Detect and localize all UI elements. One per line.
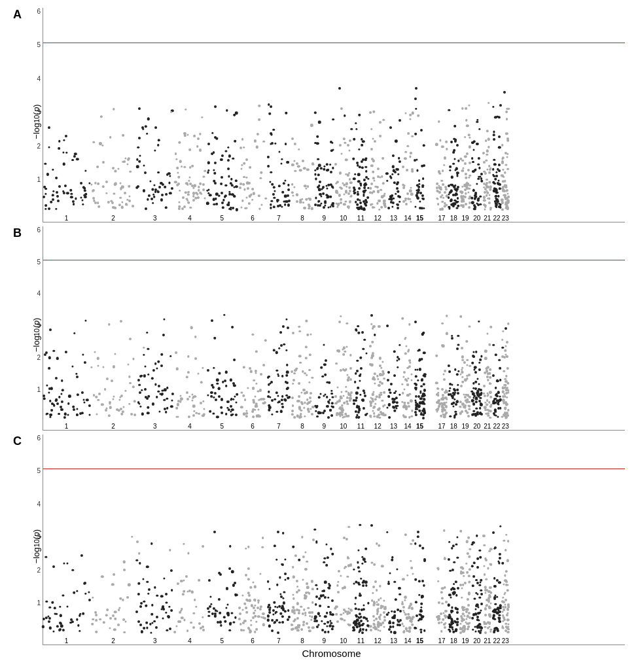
data-point — [244, 188, 246, 190]
data-point — [188, 149, 191, 151]
data-point — [472, 160, 474, 163]
data-point — [292, 404, 294, 407]
data-point — [151, 542, 153, 545]
data-point — [404, 157, 406, 160]
panel-a-label: A — [13, 8, 22, 22]
data-point — [505, 164, 507, 166]
data-point — [486, 599, 488, 601]
data-point — [393, 374, 396, 377]
data-point — [349, 139, 351, 142]
data-point — [436, 387, 439, 390]
data-point — [284, 203, 287, 206]
data-point — [308, 629, 311, 632]
data-point — [281, 206, 283, 208]
data-point — [161, 194, 164, 196]
data-point — [484, 357, 487, 360]
x-label-chr-4: 4 — [188, 637, 192, 645]
data-point — [113, 365, 115, 368]
data-point — [129, 382, 132, 385]
data-point — [339, 171, 342, 174]
data-point — [304, 614, 306, 616]
data-point — [466, 540, 469, 543]
data-point — [359, 625, 361, 628]
data-point — [169, 549, 171, 552]
data-point — [94, 611, 97, 614]
x-label-chr-13: 13 — [390, 423, 397, 430]
data-point — [207, 171, 209, 173]
data-point — [286, 200, 289, 203]
data-point — [287, 397, 289, 399]
data-point — [414, 542, 417, 545]
data-point — [165, 206, 168, 209]
data-point — [160, 608, 162, 610]
data-point — [192, 612, 194, 614]
data-point — [424, 398, 426, 400]
data-point — [134, 414, 137, 416]
data-point — [441, 323, 444, 325]
data-point — [105, 614, 107, 616]
data-point — [499, 553, 501, 556]
data-point — [437, 568, 439, 570]
data-point — [245, 547, 247, 550]
data-point — [271, 629, 274, 632]
data-point — [315, 620, 318, 622]
data-point — [260, 177, 262, 179]
data-point — [216, 382, 219, 385]
data-point — [139, 562, 141, 564]
data-point — [274, 601, 275, 603]
data-point — [234, 616, 236, 618]
data-point — [349, 378, 352, 381]
data-point — [422, 198, 425, 200]
data-point — [505, 203, 507, 205]
data-point — [281, 398, 283, 401]
data-point — [402, 610, 405, 612]
x-label-chr-15: 15 — [416, 423, 423, 430]
data-point — [411, 168, 414, 171]
data-point — [144, 388, 147, 391]
data-point — [376, 612, 379, 615]
data-point — [228, 193, 231, 196]
data-point — [216, 610, 218, 612]
data-point — [216, 137, 218, 139]
data-point — [156, 368, 158, 370]
data-point — [171, 393, 174, 395]
data-point — [409, 156, 411, 158]
data-point — [327, 196, 329, 198]
data-point — [306, 320, 308, 322]
data-point — [376, 589, 378, 592]
data-point — [479, 359, 482, 361]
data-point — [471, 197, 473, 199]
data-point — [84, 593, 86, 595]
data-point — [359, 612, 361, 615]
data-point — [417, 395, 420, 398]
data-point — [395, 598, 397, 601]
data-point — [311, 162, 314, 165]
x-label-chr-6: 6 — [251, 423, 255, 430]
data-point — [252, 387, 255, 390]
data-point — [58, 396, 60, 398]
data-point — [251, 199, 254, 202]
data-point — [369, 111, 372, 114]
data-point — [349, 395, 351, 397]
data-point — [464, 406, 466, 408]
x-label-chr-17: 17 — [438, 423, 445, 430]
data-point — [451, 607, 453, 609]
data-point — [495, 387, 497, 389]
data-point — [309, 614, 311, 617]
data-point — [91, 623, 94, 626]
data-point — [507, 139, 510, 142]
data-point — [328, 206, 330, 208]
data-point — [188, 396, 190, 398]
data-point — [489, 586, 491, 589]
data-point — [211, 319, 213, 322]
data-point — [451, 337, 453, 340]
data-point — [469, 198, 471, 200]
data-point — [346, 612, 349, 615]
data-point — [502, 346, 505, 349]
data-point — [285, 381, 287, 383]
data-point — [442, 394, 444, 397]
data-point — [181, 593, 184, 595]
data-point — [325, 163, 328, 166]
data-point — [226, 109, 228, 112]
data-point — [357, 360, 359, 362]
